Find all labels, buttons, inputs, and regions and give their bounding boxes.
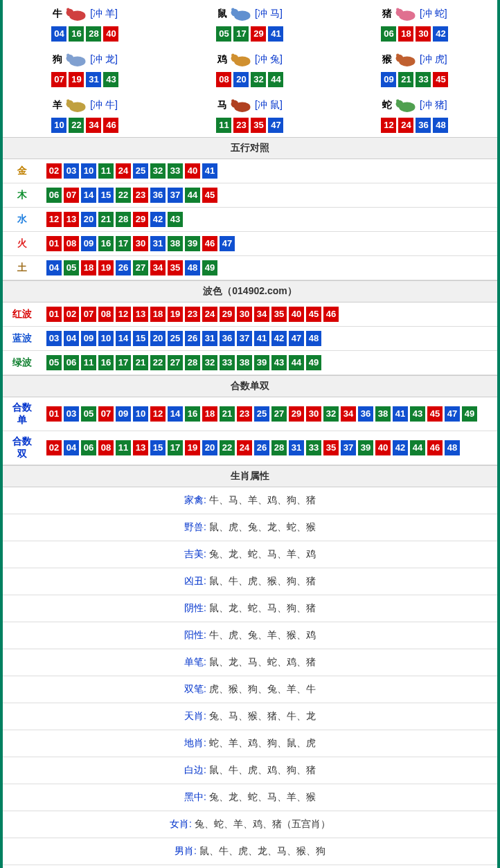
attr-key: 阴性: (184, 602, 206, 613)
attr-row: 吉美: 兔、龙、蛇、马、羊、鸡 (3, 541, 497, 568)
svg-point-23 (231, 99, 235, 102)
number-ball: 26 (185, 331, 200, 346)
page-wrapper: 牛[冲 羊]04162840鼠[冲 马]05172941猪[冲 蛇]061830… (0, 0, 500, 868)
number-ball: 44 (185, 188, 200, 203)
row-label: 火 (3, 232, 41, 256)
number-ball: 04 (46, 260, 62, 275)
table-row: 红波0102070812131819232429303435404546 (3, 302, 497, 327)
number-ball: 25 (254, 406, 269, 422)
attr-key: 天肖: (184, 710, 206, 721)
number-ball: 48 (185, 260, 200, 275)
attr-row: 阳性: 牛、虎、兔、羊、猴、鸡 (3, 622, 497, 649)
attr-value: 兔、龙、蛇、马、羊、鸡 (206, 548, 316, 559)
number-ball: 07 (98, 406, 114, 422)
zodiac-cell: 鸡[冲 兔]08203244 (168, 46, 332, 91)
number-ball: 12 (150, 406, 166, 422)
number-ball: 14 (81, 188, 96, 203)
number-ball: 41 (268, 26, 283, 42)
number-ball: 06 (81, 440, 96, 455)
number-ball: 12 (381, 118, 396, 133)
attr-key: 凶丑: (184, 575, 206, 586)
number-ball: 21 (220, 406, 235, 422)
number-ball: 18 (398, 26, 413, 42)
attr-value: 牛、虎、兔、羊、猴、鸡 (206, 629, 316, 640)
number-ball: 25 (168, 331, 183, 346)
number-ball: 01 (46, 406, 62, 422)
zodiac-numbers: 10223446 (3, 118, 168, 133)
section-header-heshu: 合数单双 (3, 375, 497, 397)
zodiac-numbers: 09213345 (332, 72, 497, 87)
number-ball: 01 (46, 236, 62, 251)
row-label: 土 (3, 256, 41, 280)
number-ball: 22 (116, 188, 131, 203)
number-ball: 19 (185, 440, 200, 455)
number-ball: 47 (220, 236, 235, 251)
attr-key: 地肖: (184, 737, 206, 748)
attr-key: 单笔: (184, 656, 206, 667)
row-numbers: 0204060811131517192022242628313335373940… (41, 431, 497, 465)
number-ball: 07 (51, 72, 66, 87)
number-ball: 44 (289, 355, 304, 370)
number-ball: 40 (185, 163, 200, 179)
zodiac-numbers: 11233547 (168, 118, 332, 133)
number-ball: 24 (398, 118, 413, 133)
number-ball: 18 (81, 260, 96, 275)
number-ball: 04 (51, 26, 66, 42)
number-ball: 33 (416, 72, 431, 87)
table-row: 合数单0103050709101214161821232527293032343… (3, 397, 497, 431)
dog-icon (64, 50, 89, 69)
number-ball: 23 (185, 307, 200, 322)
table-wuxing: 金02031011242532334041木060714152223363744… (3, 159, 497, 280)
number-ball: 42 (150, 212, 166, 227)
number-ball: 37 (237, 331, 252, 346)
number-ball: 43 (103, 72, 118, 87)
number-ball: 47 (445, 406, 460, 422)
attr-row: 地肖: 蛇、羊、鸡、狗、鼠、虎 (3, 730, 497, 757)
number-ball: 20 (81, 212, 96, 227)
number-ball: 20 (202, 440, 217, 455)
zodiac-conflict: [冲 蛇] (420, 8, 447, 20)
number-ball: 44 (268, 72, 283, 87)
table-row: 水1213202128294243 (3, 208, 497, 232)
number-ball: 35 (168, 260, 183, 275)
rat-icon (229, 4, 253, 24)
number-ball: 37 (341, 440, 356, 455)
number-ball: 27 (168, 355, 183, 370)
zodiac-name: 马 (217, 99, 227, 111)
number-ball: 17 (116, 355, 131, 370)
number-ball: 42 (271, 331, 287, 346)
number-ball: 11 (81, 355, 96, 370)
table-heshu: 合数单0103050709101214161821232527293032343… (3, 397, 497, 465)
number-ball: 32 (202, 355, 217, 370)
zodiac-conflict: [冲 虎] (420, 53, 447, 66)
number-ball: 34 (254, 307, 269, 322)
row-label: 蓝波 (3, 327, 41, 351)
number-ball: 40 (375, 440, 391, 455)
attr-key: 女肖: (170, 818, 192, 829)
number-ball: 15 (98, 188, 114, 203)
number-ball: 43 (168, 212, 183, 227)
number-ball: 11 (116, 440, 131, 455)
number-ball: 26 (254, 440, 269, 455)
attr-key: 黑中: (184, 791, 206, 802)
section-header-attrs: 生肖属性 (3, 465, 497, 487)
number-ball: 03 (64, 163, 79, 179)
zodiac-name: 蛇 (382, 99, 392, 111)
number-ball: 02 (64, 307, 79, 322)
number-ball: 21 (133, 355, 148, 370)
number-ball: 28 (116, 212, 131, 227)
number-ball: 23 (133, 188, 148, 203)
row-numbers: 06071415222336374445 (41, 183, 497, 208)
attr-row: 凶丑: 鼠、牛、虎、猴、狗、猪 (3, 568, 497, 595)
zodiac-cell: 狗[冲 龙]07193143 (3, 46, 168, 91)
number-ball: 15 (133, 331, 148, 346)
number-ball: 24 (202, 307, 217, 322)
number-ball: 22 (150, 355, 166, 370)
number-ball: 13 (133, 307, 148, 322)
number-ball: 28 (271, 440, 287, 455)
number-ball: 38 (237, 355, 252, 370)
number-ball: 48 (445, 440, 460, 455)
number-ball: 18 (150, 307, 166, 322)
zodiac-cell: 马[冲 鼠]11233547 (168, 91, 332, 137)
svg-point-14 (231, 53, 235, 57)
